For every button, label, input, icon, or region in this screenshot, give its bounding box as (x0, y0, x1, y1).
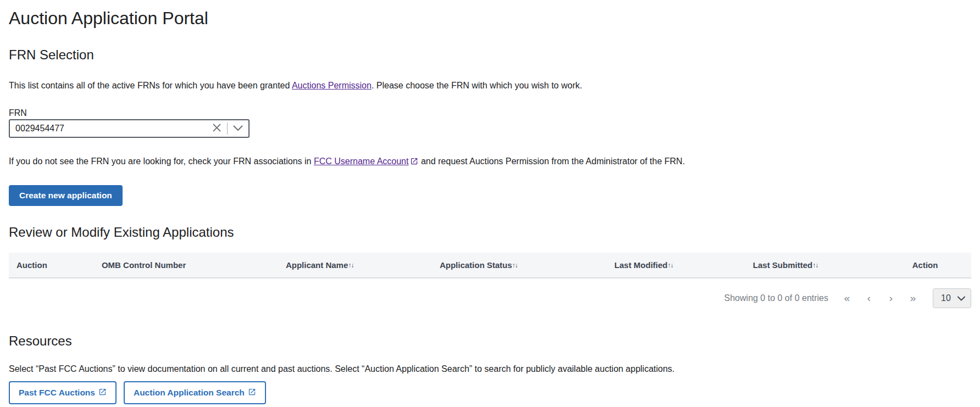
pagination-next-button[interactable]: › (880, 288, 902, 308)
sort-arrows-icon: ↑↓ (348, 261, 353, 269)
fcc-username-account-link-label: FCC Username Account (314, 157, 409, 166)
frn-field-label: FRN (9, 108, 971, 118)
external-link-icon (410, 157, 418, 169)
auction-application-search-button[interactable]: Auction Application Search (124, 381, 266, 404)
sort-arrows-icon: ↑↓ (668, 261, 673, 269)
chevron-down-icon (957, 293, 965, 303)
frn-help-pre: If you do not see the FRN you are lookin… (9, 157, 314, 166)
column-label: OMB Control Number (102, 260, 186, 270)
frn-help-post: and request Auctions Permission from the… (418, 157, 685, 166)
main-content: Auction Application Portal FRN Selection… (0, 0, 980, 407)
external-link-icon (248, 388, 256, 398)
column-label: Last Submitted (753, 260, 812, 270)
auctions-permission-link[interactable]: Auctions Permission (292, 81, 372, 90)
column-header-applicant-name[interactable]: Applicant Name↑↓ (278, 253, 432, 278)
column-label: Applicant Name (286, 260, 348, 270)
resources-description: Select “Past FCC Auctions” to view docum… (9, 363, 971, 375)
page-size-value: 10 (941, 293, 951, 303)
frn-intro-post: . Please choose the FRN with which you w… (372, 81, 582, 90)
close-icon (212, 123, 222, 134)
pagination-first-button[interactable]: « (836, 288, 858, 308)
column-header-last-modified[interactable]: Last Modified↑↓ (607, 253, 745, 278)
review-applications-heading: Review or Modify Existing Applications (9, 225, 971, 241)
column-label: Action (912, 260, 938, 270)
pagination-bar: Showing 0 to 0 of 0 entries « ‹ › » 10 (9, 288, 971, 308)
table-header-row: Auction OMB Control Number Applicant Nam… (9, 253, 971, 278)
auction-application-search-button-label: Auction Application Search (134, 388, 245, 397)
frn-intro-text: This list contains all of the active FRN… (9, 80, 971, 92)
frn-intro-pre: This list contains all of the active FRN… (9, 81, 292, 90)
frn-help-text: If you do not see the FRN you are lookin… (9, 155, 971, 169)
frn-input[interactable] (10, 120, 206, 137)
pagination-last-button[interactable]: » (902, 288, 924, 308)
past-fcc-auctions-button[interactable]: Past FCC Auctions (9, 381, 117, 404)
frn-selection-heading: FRN Selection (9, 47, 971, 63)
column-header-action: Action (905, 253, 971, 278)
column-label: Last Modified (614, 260, 668, 270)
sort-arrows-icon: ↑↓ (512, 261, 518, 269)
page-size-select[interactable]: 10 (933, 288, 971, 308)
page-title: Auction Application Portal (9, 8, 971, 29)
column-header-omb-control-number: OMB Control Number (94, 253, 278, 278)
column-header-auction: Auction (9, 253, 94, 278)
column-label: Auction (16, 260, 47, 270)
pagination-prev-button[interactable]: ‹ (858, 288, 880, 308)
column-header-application-status[interactable]: Application Status↑↓ (432, 253, 607, 278)
column-label: Application Status (440, 260, 512, 270)
sort-arrows-icon: ↑↓ (812, 261, 818, 269)
applications-table: Auction OMB Control Number Applicant Nam… (9, 253, 971, 278)
frn-clear-button[interactable] (206, 120, 227, 137)
create-new-application-button[interactable]: Create new application (9, 185, 123, 206)
external-link-icon (98, 388, 107, 398)
resource-buttons-row: Past FCC Auctions Auction Application Se… (9, 381, 971, 404)
past-fcc-auctions-button-label: Past FCC Auctions (19, 388, 95, 397)
fcc-username-account-link[interactable]: FCC Username Account (314, 157, 419, 166)
pagination-summary: Showing 0 to 0 of 0 entries (724, 293, 828, 303)
resources-heading: Resources (9, 333, 971, 349)
chevron-down-icon (233, 125, 243, 133)
frn-dropdown-toggle[interactable] (228, 120, 248, 137)
column-header-last-submitted[interactable]: Last Submitted↑↓ (745, 253, 905, 278)
frn-combobox (9, 119, 250, 138)
